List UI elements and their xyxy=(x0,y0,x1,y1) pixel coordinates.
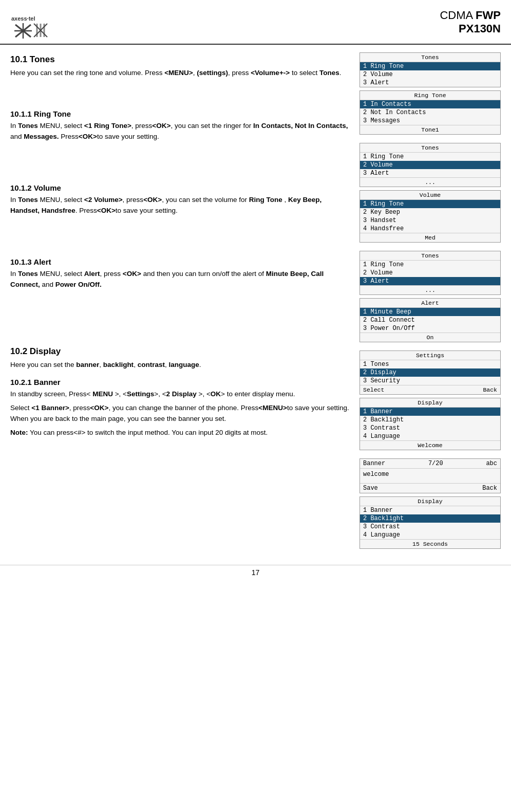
screen-row: 2 Volume xyxy=(360,269,500,277)
section-10-2-body: Here you can set the banner, backlight, … xyxy=(10,360,349,371)
screen-row: 3 Alert xyxy=(360,79,500,87)
banner-mode: abc xyxy=(486,460,497,467)
page-number: 17 xyxy=(0,565,511,577)
screen-row: 2 Key Beep xyxy=(360,208,500,216)
screen-row: 3 Power On/Off xyxy=(360,324,500,333)
banner-label: Banner xyxy=(363,460,385,467)
page-header: axess·tel CDMA FWP PX130N xyxy=(0,0,511,45)
screen-ring-tone-header: Ring Tone xyxy=(360,91,500,100)
screen-row: 1 Ring Tone xyxy=(360,200,500,208)
screen-tones-main-header: Tones xyxy=(360,53,500,62)
brand-cdma: CDMA xyxy=(440,9,472,22)
screen-alert-header: Alert xyxy=(360,299,500,308)
section-10-1-3-title: 10.1.3 Alert xyxy=(10,257,349,266)
section-10-1-body: Here you can set the ring tone and volum… xyxy=(10,68,349,79)
screen-tones-volume-header: Tones xyxy=(360,143,500,153)
banner-back: Back xyxy=(482,485,497,492)
main-content: 10.1 Tones Here you can set the ring ton… xyxy=(0,45,511,560)
screen-tones-volume-footer: ... xyxy=(360,177,500,187)
banner-count: 7/20 xyxy=(428,460,443,467)
screen-display-backlight: Display 1 Banner 2 Backlight 3 Contrast … xyxy=(359,496,501,549)
screen-volume-header: Volume xyxy=(360,191,500,200)
screen-display-header: Display xyxy=(360,398,500,408)
screen-settings: Settings 1 Tones 2 Display 3 Security Se… xyxy=(359,350,501,395)
screen-ring-tone-footer: Tone1 xyxy=(360,125,500,134)
screen-tones-alert-footer: ... xyxy=(360,285,500,294)
banner-top-row: Banner 7/20 abc xyxy=(360,459,500,469)
screen-row: 2 Call Connect xyxy=(360,316,500,324)
screen-row: 1 Minute Beep xyxy=(360,308,500,316)
screen-row: 1 Banner xyxy=(360,408,500,416)
section-10-2-title: 10.2 Display xyxy=(10,346,349,357)
screen-alert-menu: Alert 1 Minute Beep 2 Call Connect 3 Pow… xyxy=(359,298,501,342)
screen-row: 3 Alert xyxy=(360,277,500,285)
screen-row: 1 In Contacts xyxy=(360,100,500,108)
screen-row: 1 Ring Tone xyxy=(360,261,500,269)
screen-row: 2 Display xyxy=(360,368,500,377)
page-title-area: CDMA FWP PX130N xyxy=(440,9,501,35)
screen-row: 1 Banner xyxy=(360,506,500,514)
screen-row: 2 Volume xyxy=(360,161,500,169)
screen-row: 1 Ring Tone xyxy=(360,62,500,70)
section-10-2-1-body2: Select <1 Banner>, press<OK>, you can ch… xyxy=(10,403,349,425)
screen-tones-alert: Tones 1 Ring Tone 2 Volume 3 Alert ... xyxy=(359,251,501,295)
section-10-2-1-title: 10.2.1 Banner xyxy=(10,378,349,386)
screen-ring-tone: Ring Tone 1 In Contacts 2 Not In Contact… xyxy=(359,90,501,135)
banner-value: welcome xyxy=(363,471,389,478)
section-10-1-1-body: In Tones MENU, select <1 Ring Tone>, pre… xyxy=(10,121,349,142)
screen-settings-footer: Select Back xyxy=(360,385,500,394)
screen-display-backlight-header: Display xyxy=(360,497,500,506)
screen-volume-footer: Med xyxy=(360,233,500,242)
screen-tones-volume: Tones 1 Ring Tone 2 Volume 3 Alert ... xyxy=(359,143,501,187)
screen-row: 2 Backlight xyxy=(360,514,500,523)
right-column: Tones 1 Ring Tone 2 Volume 3 Alert Ring … xyxy=(359,52,501,552)
screen-row: 3 Security xyxy=(360,377,500,385)
screen-row: 1 Ring Tone xyxy=(360,153,500,161)
section-10-1-2-body: In Tones MENU, select <2 Volume>, press<… xyxy=(10,195,349,216)
screen-display-backlight-footer: 15 Seconds xyxy=(360,539,500,548)
screen-row: 3 Messages xyxy=(360,117,500,125)
section-10-1-1-title: 10.1.1 Ring Tone xyxy=(10,109,349,118)
section-10-1-title: 10.1 Tones xyxy=(10,54,349,65)
screen-row: 3 Contrast xyxy=(360,424,500,432)
svg-text:axess·tel: axess·tel xyxy=(11,15,35,22)
screen-row: 4 Handsfree xyxy=(360,225,500,233)
screen-display-menu: Display 1 Banner 2 Backlight 3 Contrast … xyxy=(359,398,501,450)
screen-tones-main: Tones 1 Ring Tone 2 Volume 3 Alert xyxy=(359,52,501,87)
screen-row: 1 Tones xyxy=(360,360,500,368)
screen-row: 2 Backlight xyxy=(360,416,500,424)
screen-volume-menu: Volume 1 Ring Tone 2 Key Beep 3 Handset … xyxy=(359,190,501,243)
screen-row: 3 Contrast xyxy=(360,523,500,531)
banner-bottom-row: Save Back xyxy=(360,483,500,493)
screen-row: 2 Volume xyxy=(360,70,500,79)
screen-alert-footer: On xyxy=(360,333,500,342)
banner-save: Save xyxy=(363,485,378,492)
screen-banner-input: Banner 7/20 abc welcome Save Back xyxy=(359,458,501,493)
section-10-2-1-body1: In standby screen, Press< MENU >, <Setti… xyxy=(10,389,349,400)
model-fwp: FWP xyxy=(476,9,501,22)
screen-display-footer: Welcome xyxy=(360,440,500,450)
screen-settings-header: Settings xyxy=(360,351,500,360)
model-number: PX130N xyxy=(440,22,501,35)
left-column: 10.1 Tones Here you can set the ring ton… xyxy=(10,52,349,552)
section-10-2-1-note: Note: You can press<#> to switch the inp… xyxy=(10,428,349,438)
screen-row: 4 Language xyxy=(360,531,500,539)
screen-row: 3 Handset xyxy=(360,216,500,225)
axesstel-logo: axess·tel xyxy=(10,5,51,39)
section-10-1-3-body: In Tones MENU, select Alert, press <OK> … xyxy=(10,269,349,290)
screen-row: 2 Not In Contacts xyxy=(360,108,500,117)
screen-row: 3 Alert xyxy=(360,169,500,177)
banner-input-area: welcome xyxy=(360,469,500,483)
section-10-1-2-title: 10.1.2 Volume xyxy=(10,183,349,192)
logo-area: axess·tel xyxy=(10,5,51,39)
screen-tones-alert-header: Tones xyxy=(360,251,500,261)
screen-row: 4 Language xyxy=(360,432,500,440)
